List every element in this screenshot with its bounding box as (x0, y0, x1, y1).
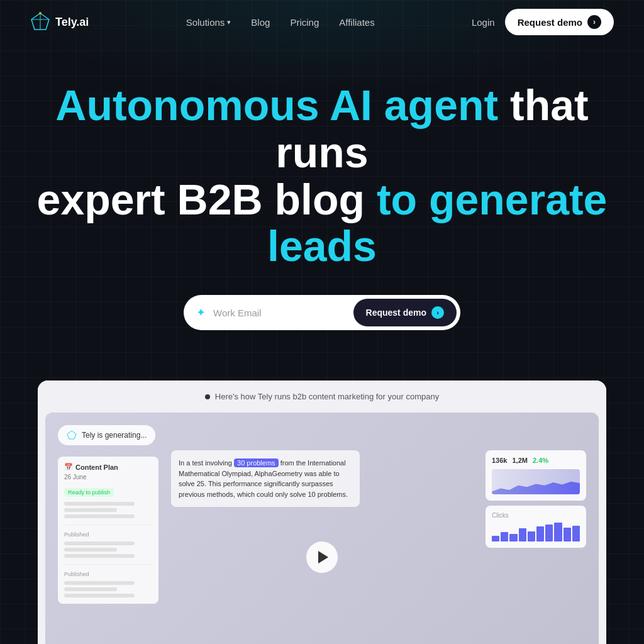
stats-chart (492, 469, 580, 494)
clicks-card: Clicks (486, 506, 586, 548)
logo-text: Tely.ai (55, 16, 89, 29)
chevron-down-icon: ▾ (227, 18, 231, 26)
stats-panel: 136k 1,2M 2.4% Clicks (486, 450, 586, 548)
nav-actions: Login Request demo › (472, 9, 614, 35)
nav-links: Solutions ▾ Blog Pricing Affiliates (186, 17, 375, 28)
clicks-bars (492, 523, 580, 541)
nav-blog[interactable]: Blog (251, 17, 270, 28)
tely-mini-icon (67, 430, 77, 440)
chart-line (492, 479, 580, 494)
hero-section: Autonomous AI agent that runs expert B2B… (0, 44, 644, 380)
email-form: ✦ Request demo › (184, 295, 460, 330)
sparkle-icon: ✦ (196, 306, 206, 319)
logo[interactable]: Tely.ai (30, 12, 89, 32)
line-decoration (64, 514, 135, 518)
logo-icon (30, 12, 50, 32)
bar (492, 536, 499, 541)
nav-affiliates[interactable]: Affiliates (339, 17, 374, 28)
video-top-bar: Tely is generating... (58, 425, 155, 445)
video-label: Here's how Tely runs b2b content marketi… (38, 380, 606, 413)
bar (554, 523, 562, 541)
email-field[interactable] (211, 303, 348, 323)
panel-section-2: Published (64, 564, 152, 597)
line-decoration (64, 594, 135, 597)
hero-title: Autonomous AI agent that runs expert B2B… (30, 82, 614, 270)
dot-icon (205, 394, 210, 399)
login-button[interactable]: Login (472, 17, 495, 28)
panel-section: Published (64, 525, 152, 558)
line-decoration (64, 548, 117, 552)
bar (564, 528, 571, 542)
line-decoration (64, 587, 117, 591)
line-decoration (64, 508, 117, 512)
svg-point-3 (39, 12, 42, 14)
content-plan-panel: 📅 Content Plan 26 June Ready to publish … (58, 457, 158, 604)
play-icon (318, 551, 328, 564)
line-decoration (64, 581, 135, 585)
bar (509, 534, 517, 541)
form-request-demo-button[interactable]: Request demo › (353, 299, 457, 326)
stats-numbers: 136k 1,2M 2.4% (492, 457, 580, 464)
svg-marker-4 (67, 431, 76, 439)
bar (528, 531, 535, 542)
bar (536, 526, 544, 541)
request-demo-button[interactable]: Request demo › (505, 9, 614, 35)
video-section: Here's how Tely runs b2b content marketi… (38, 380, 606, 644)
arrow-icon: › (587, 15, 601, 29)
bar (501, 532, 508, 541)
line-decoration (64, 541, 135, 545)
content-plan-title: 📅 Content Plan (64, 463, 152, 471)
video-inner: Tely is generating... 📅 Content Plan 26 … (45, 413, 599, 644)
bar (572, 526, 580, 542)
play-button[interactable] (306, 541, 338, 573)
arrow-icon: › (431, 306, 444, 319)
bar (545, 525, 553, 541)
bar (519, 528, 526, 541)
line-decoration (64, 502, 135, 506)
video-container: Tely is generating... 📅 Content Plan 26 … (45, 413, 599, 644)
nav-pricing[interactable]: Pricing (290, 17, 319, 28)
center-text-panel: In a test involving 30 problems from the… (171, 450, 360, 507)
line-decoration (64, 554, 135, 558)
stats-card: 136k 1,2M 2.4% (486, 450, 586, 501)
navbar: Tely.ai Solutions ▾ Blog Pricing Affilia… (0, 0, 644, 44)
nav-solutions[interactable]: Solutions ▾ (186, 17, 231, 28)
